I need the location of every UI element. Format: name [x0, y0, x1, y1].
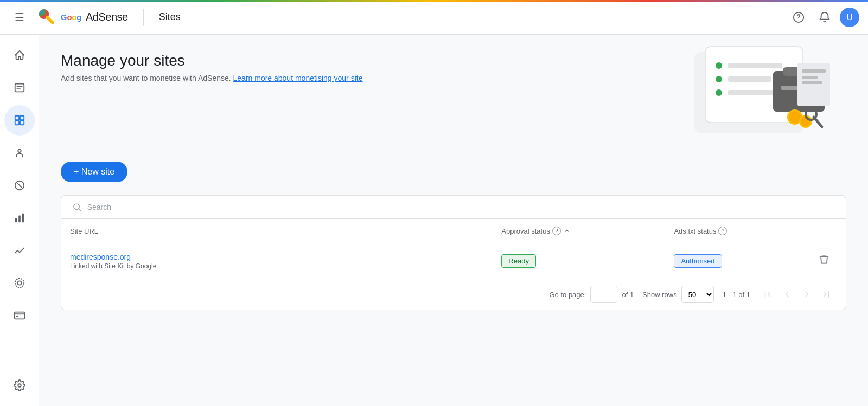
- audience-icon: [14, 147, 25, 159]
- svg-rect-13: [18, 215, 21, 222]
- svg-point-15: [17, 281, 21, 285]
- sites-table-container: Site URL Approval status ? A: [61, 195, 846, 310]
- svg-rect-9: [20, 121, 23, 125]
- hero-illustration: [684, 41, 846, 144]
- show-rows-label: Show rows: [642, 291, 677, 299]
- go-to-page-label: Go to page:: [549, 291, 586, 299]
- blocking-icon: [14, 179, 25, 191]
- first-page-icon: [763, 289, 773, 299]
- prev-page-button[interactable]: [778, 286, 796, 303]
- adsense-logo-icon: Google: [61, 10, 82, 25]
- svg-point-19: [18, 384, 21, 387]
- illustration-svg: [684, 41, 846, 144]
- svg-rect-8: [15, 121, 18, 125]
- column-header-approval[interactable]: Approval status ?: [493, 219, 665, 243]
- svg-rect-33: [802, 76, 818, 79]
- svg-rect-32: [802, 69, 826, 73]
- approval-info-icon[interactable]: ?: [552, 227, 561, 235]
- content-icon: [14, 82, 25, 94]
- svg-rect-7: [20, 116, 23, 120]
- svg-rect-34: [802, 81, 822, 84]
- logo-area: Google AdSense: [37, 7, 128, 28]
- user-avatar[interactable]: U: [840, 8, 859, 27]
- topbar-right: U: [788, 7, 859, 28]
- site-url-link[interactable]: mediresponse.org: [70, 253, 131, 261]
- search-bar: [61, 196, 846, 219]
- privacy-icon: [14, 277, 25, 289]
- sort-icon: [563, 227, 571, 235]
- svg-rect-18: [16, 316, 18, 317]
- svg-rect-23: [728, 63, 782, 68]
- svg-point-38: [801, 117, 810, 126]
- show-rows: Show rows 10 25 50 100: [642, 286, 714, 303]
- site-subtitle: Linked with Site Kit by Google: [70, 262, 484, 270]
- help-button[interactable]: [788, 7, 809, 28]
- column-header-site-url: Site URL: [61, 219, 493, 243]
- payments-icon: [14, 310, 25, 321]
- svg-point-24: [716, 76, 722, 82]
- ads-txt-status-cell: Authorised: [665, 243, 806, 279]
- brand-name: AdSense: [86, 11, 128, 23]
- home-icon: [14, 49, 25, 61]
- of-page-label: of 1: [622, 291, 634, 299]
- next-page-icon: [802, 289, 812, 299]
- page-info: 1 - 1 of 1: [723, 291, 750, 299]
- topbar-divider: [143, 9, 144, 26]
- svg-rect-14: [22, 214, 24, 223]
- first-page-button[interactable]: [759, 286, 776, 303]
- topbar-left: ☰ Google: [9, 7, 181, 28]
- svg-point-36: [789, 111, 801, 123]
- last-page-button[interactable]: [818, 286, 835, 303]
- delete-site-button[interactable]: [815, 251, 833, 271]
- bell-icon: [819, 11, 831, 23]
- prev-page-icon: [782, 289, 792, 299]
- topbar: ☰ Google: [0, 0, 868, 35]
- page-number-input[interactable]: [590, 286, 617, 303]
- column-header-action: [807, 219, 846, 243]
- sidebar-item-blocking[interactable]: [4, 170, 35, 201]
- svg-point-4: [799, 20, 799, 20]
- page-heading: Manage your sites: [61, 52, 362, 69]
- sidebar-item-audience[interactable]: [4, 138, 35, 168]
- approval-status-cell: Ready: [493, 243, 665, 279]
- sidebar-item-content[interactable]: [4, 73, 35, 103]
- new-site-button[interactable]: + New site: [61, 162, 127, 182]
- pagination: Go to page: of 1 Show rows 10 25 50 100 …: [61, 279, 846, 310]
- settings-icon: [14, 379, 25, 391]
- approval-status-badge: Ready: [501, 254, 536, 268]
- sidebar-item-home[interactable]: [4, 40, 35, 70]
- svg-rect-12: [15, 218, 17, 222]
- analytics-icon: [14, 244, 25, 256]
- page-description: Add sites that you want to monetise with…: [61, 74, 362, 82]
- search-icon: [72, 202, 82, 212]
- menu-button[interactable]: ☰: [9, 7, 30, 28]
- sidebar: [0, 35, 39, 406]
- svg-point-10: [18, 150, 21, 153]
- svg-rect-6: [15, 116, 18, 120]
- sidebar-item-privacy[interactable]: [4, 268, 35, 298]
- svg-point-26: [716, 89, 722, 96]
- action-cell: [807, 243, 846, 279]
- sidebar-item-reports[interactable]: [4, 203, 35, 233]
- sidebar-item-payments[interactable]: [4, 300, 35, 331]
- notifications-button[interactable]: [814, 7, 835, 28]
- svg-rect-25: [728, 76, 771, 82]
- search-input[interactable]: [87, 203, 835, 211]
- sites-icon: [14, 114, 25, 126]
- learn-more-link[interactable]: Learn more about monetising your site: [233, 74, 363, 82]
- svg-text:Google: Google: [61, 13, 82, 22]
- ads-txt-info-icon[interactable]: ?: [718, 227, 727, 235]
- main-content: Manage your sites Add sites that you wan…: [39, 35, 868, 406]
- page-header: Manage your sites Add sites that you wan…: [61, 52, 846, 144]
- sidebar-item-analytics[interactable]: [4, 235, 35, 266]
- pagination-nav: [759, 286, 835, 303]
- sites-table: Site URL Approval status ? A: [61, 219, 846, 279]
- next-page-button[interactable]: [798, 286, 815, 303]
- pagination-go-to-page: Go to page: of 1: [549, 286, 634, 303]
- sidebar-item-settings[interactable]: [4, 370, 35, 401]
- ads-txt-status-badge: Authorised: [674, 254, 722, 268]
- sidebar-item-sites[interactable]: [4, 105, 35, 136]
- svg-rect-17: [14, 312, 24, 319]
- rows-per-page-select[interactable]: 10 25 50 100: [681, 286, 714, 303]
- reports-icon: [14, 212, 25, 224]
